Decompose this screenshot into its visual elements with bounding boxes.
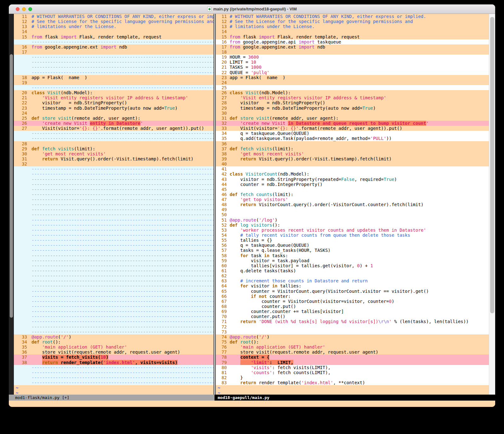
code-line[interactable]: 11# WITHOUT WARRANTIES OR CONDITIONS OF … xyxy=(14,14,214,19)
code-line[interactable]: 64 for visitor in tallies: xyxy=(216,283,489,288)
code-line[interactable]: 25def store_visit(remote_addr, user_agen… xyxy=(14,116,214,121)
code-line[interactable]: 19HOUR = 3600 xyxy=(216,55,489,60)
deleted-line-filler[interactable]: ----------------------------------------… xyxy=(14,131,214,136)
deleted-line-filler[interactable]: ----------------------------------------… xyxy=(14,329,214,334)
deleted-line-filler[interactable]: ----------------------------------------… xyxy=(14,324,214,329)
code-line[interactable]: 60 tallies[visitor] = tallies.get(visito… xyxy=(216,263,489,268)
code-line[interactable]: 29def fetch_visits(limit): xyxy=(14,146,214,151)
empty-buffer-line[interactable]: ~ xyxy=(14,390,214,395)
code-line[interactable]: 28 xyxy=(14,141,214,146)
code-line[interactable]: 67 counter = VisitorCount(visitor=visito… xyxy=(216,299,489,304)
deleted-line-filler[interactable]: ----------------------------------------… xyxy=(14,85,214,90)
deleted-line-filler[interactable]: ----------------------------------------… xyxy=(14,55,214,60)
code-line[interactable]: 24 xyxy=(216,80,489,85)
left-pane-scrollbar[interactable] xyxy=(9,14,14,395)
deleted-line-filler[interactable]: ----------------------------------------… xyxy=(14,228,214,233)
deleted-line-filler[interactable]: ----------------------------------------… xyxy=(14,268,214,273)
code-line[interactable]: 29 timestamp = ndb.DateTimeProperty(auto… xyxy=(216,106,489,111)
code-line[interactable]: 19 xyxy=(14,80,214,85)
titlebar[interactable]: main.py (/private/tmp/mod18-gaepull) - V… xyxy=(9,4,495,14)
code-line[interactable]: 24 xyxy=(14,111,214,116)
code-line[interactable]: 82 } xyxy=(216,375,489,380)
code-line[interactable]: 58 for task in tasks: xyxy=(216,253,489,258)
deleted-line-filler[interactable]: ----------------------------------------… xyxy=(14,238,214,243)
code-line[interactable]: 33 Visit(visitor='{}: {}'.format(remote_… xyxy=(216,126,489,131)
code-line[interactable]: 46def fetch_counts(limit): xyxy=(216,192,489,197)
code-line[interactable]: 39 return Visit.query().order(-Visit.tim… xyxy=(216,156,489,161)
empty-buffer-line[interactable]: ~ xyxy=(216,390,489,395)
code-line[interactable]: 37 visits = fetch_visits(10) xyxy=(14,355,214,360)
code-line[interactable]: 25 xyxy=(216,85,489,90)
code-line[interactable]: 59 visitor = task.payload xyxy=(216,258,489,263)
code-line[interactable]: 27 'Visit entity registers visitor IP ad… xyxy=(216,95,489,100)
code-line[interactable]: 72 xyxy=(216,324,489,329)
split-divider[interactable] xyxy=(214,14,216,395)
code-line[interactable]: 22QUEUE = 'pullq' xyxy=(216,70,489,75)
code-line[interactable]: 34 q = taskqueue.Queue(QUEUE) xyxy=(216,131,489,136)
code-line[interactable]: 31 return Visit.query().order(-Visit.tim… xyxy=(14,156,214,161)
code-line[interactable]: 26class Visit(ndb.Model): xyxy=(216,90,489,95)
code-line[interactable]: 15from flask import Flask, render_templa… xyxy=(216,34,489,39)
deleted-line-filler[interactable]: ----------------------------------------… xyxy=(14,65,214,70)
code-line[interactable]: 69 counter.counter += tallies[visitor] xyxy=(216,309,489,314)
code-line[interactable]: 80 'visits': fetch_visits(LIMIT), xyxy=(216,365,489,370)
code-line[interactable]: 47 'get top visitors' xyxy=(216,197,489,202)
code-line[interactable]: 18app = Flask(__name__) xyxy=(14,75,214,80)
code-line[interactable]: 23app = Flask(__name__) xyxy=(216,75,489,80)
deleted-line-filler[interactable]: ----------------------------------------… xyxy=(14,263,214,268)
code-line[interactable]: 68 counter.put() xyxy=(216,304,489,309)
deleted-line-filler[interactable]: ----------------------------------------… xyxy=(14,258,214,263)
code-line[interactable]: 35 'main application (GET) handler' xyxy=(14,344,214,350)
minimize-button[interactable] xyxy=(22,7,26,11)
left-scrollbar-thumb[interactable] xyxy=(10,54,13,318)
code-line[interactable]: 12# See the License for the specific lan… xyxy=(216,19,489,24)
right-scrollbar-thumb[interactable] xyxy=(490,17,494,313)
code-line[interactable]: 73 xyxy=(216,329,489,334)
code-line[interactable]: 53 'worker processes recent visitor coun… xyxy=(216,228,489,233)
deleted-line-filler[interactable]: ----------------------------------------… xyxy=(14,70,214,75)
deleted-line-filler[interactable]: ----------------------------------------… xyxy=(14,60,214,65)
code-line[interactable]: 31def store_visit(remote_addr, user_agen… xyxy=(216,116,489,121)
code-line[interactable]: 65 counter = VisitorCount.query(VisitorC… xyxy=(216,289,489,294)
deleted-line-filler[interactable]: ----------------------------------------… xyxy=(14,223,214,228)
deleted-line-filler[interactable]: ----------------------------------------… xyxy=(14,370,214,375)
code-line[interactable]: 18 xyxy=(216,49,489,55)
code-line[interactable]: 13# limitations under the License. xyxy=(216,24,489,29)
code-line[interactable]: 49 xyxy=(216,207,489,212)
deleted-line-filler[interactable]: ----------------------------------------… xyxy=(14,365,214,370)
code-line[interactable]: 36 xyxy=(216,141,489,146)
code-line[interactable]: 27 Visit(visitor='{}: {}'.format(remote_… xyxy=(14,126,214,131)
code-line[interactable]: 22 visitor = ndb.StringProperty() xyxy=(14,100,214,105)
code-line[interactable]: 45 xyxy=(216,187,489,192)
code-line[interactable]: 51@app.route('/log') xyxy=(216,217,489,223)
code-line[interactable]: 33@app.route('/') xyxy=(14,334,214,339)
deleted-line-filler[interactable]: ----------------------------------------… xyxy=(14,380,214,385)
code-line[interactable]: 54 # tally recent visitor counts from qu… xyxy=(216,233,489,238)
code-line[interactable]: 81 'counts': fetch_counts(LIMIT), xyxy=(216,370,489,375)
code-line[interactable]: 77 store_visit(request.remote_addr, requ… xyxy=(216,350,489,355)
deleted-line-filler[interactable]: ----------------------------------------… xyxy=(14,319,214,324)
close-button[interactable] xyxy=(16,7,20,11)
deleted-line-filler[interactable]: ----------------------------------------… xyxy=(14,171,214,176)
deleted-line-filler[interactable]: ----------------------------------------… xyxy=(14,273,214,278)
deleted-line-filler[interactable]: ----------------------------------------… xyxy=(14,233,214,238)
deleted-line-filler[interactable]: ----------------------------------------… xyxy=(14,304,214,309)
zoom-button[interactable] xyxy=(28,7,32,11)
deleted-line-filler[interactable]: ----------------------------------------… xyxy=(14,166,214,171)
deleted-line-filler[interactable]: ----------------------------------------… xyxy=(14,217,214,223)
code-line[interactable]: 56 q = taskqueue.Queue(QUEUE) xyxy=(216,243,489,248)
code-line[interactable]: 13# limitations under the License. xyxy=(14,24,214,29)
deleted-line-filler[interactable]: ----------------------------------------… xyxy=(14,212,214,217)
code-line[interactable]: 38 return render_template('index.html', … xyxy=(14,360,214,365)
deleted-line-filler[interactable]: ----------------------------------------… xyxy=(14,294,214,299)
code-line[interactable]: 63 # increment those counts in Datastore… xyxy=(216,278,489,283)
code-line[interactable]: 23 timestamp = ndb.DateTimeProperty(auto… xyxy=(14,106,214,111)
code-line[interactable]: 36 store_visit(request.remote_addr, requ… xyxy=(14,350,214,355)
right-pane-scrollbar[interactable] xyxy=(489,14,495,395)
code-line[interactable]: 71 return 'DONE (with %d task[s] logging… xyxy=(216,319,489,324)
deleted-line-filler[interactable]: ----------------------------------------… xyxy=(14,177,214,182)
deleted-line-filler[interactable]: ----------------------------------------… xyxy=(14,248,214,253)
code-line[interactable]: 17 xyxy=(14,49,214,55)
code-line[interactable]: 41 xyxy=(216,166,489,171)
code-line[interactable]: 21 'Visit entity registers visitor IP ad… xyxy=(14,95,214,100)
